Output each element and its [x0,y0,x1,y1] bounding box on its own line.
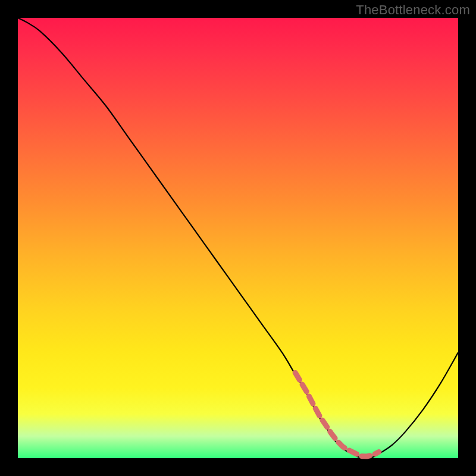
watermark-text: TheBottleneck.com [356,2,470,18]
chart-frame: TheBottleneck.com [0,0,476,476]
plot-area [18,18,458,458]
bottleneck-curve [18,18,458,459]
trough-marker-band [295,372,379,456]
curve-svg [18,18,458,458]
